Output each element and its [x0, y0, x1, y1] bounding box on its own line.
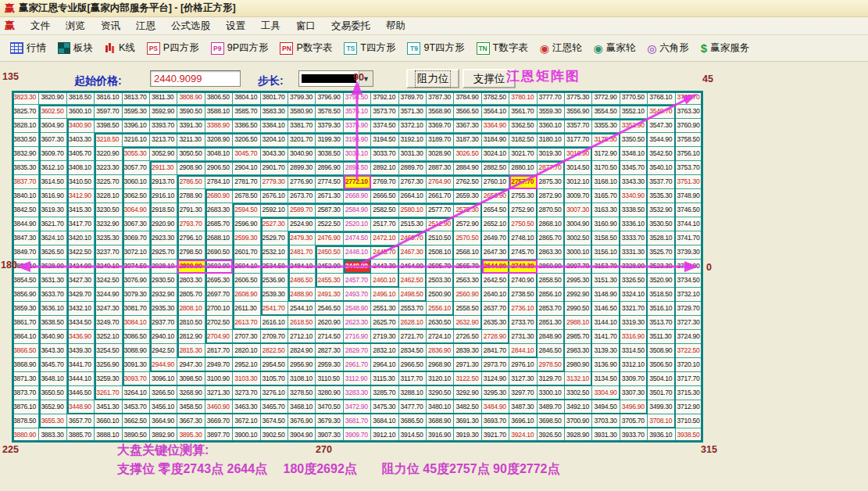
matrix-cell: 3717.70 [676, 372, 703, 386]
menu-item-5[interactable]: 设置 [218, 19, 253, 33]
toolbar-button-9T四方形[interactable]: T99T四方形 [405, 40, 466, 56]
matrix-cell: 3156.10 [592, 246, 620, 260]
matrix-cell: 2596.90 [233, 217, 260, 231]
matrix-cell: 2604.10 [233, 260, 260, 274]
toolbar-button-板块[interactable]: 板块 [55, 40, 95, 56]
matrix-cell: 3900.10 [233, 428, 260, 443]
matrix-cell: 3540.10 [648, 161, 675, 175]
toolbar-label: 赢家轮 [606, 41, 636, 55]
menu-item-8[interactable]: 交易委托 [323, 19, 378, 33]
matrix-cell: 2755.30 [509, 189, 537, 203]
matrix-cell: 3388.90 [205, 119, 233, 133]
matrix-cell: 3571.30 [399, 105, 427, 119]
matrix-cell: 3297.70 [509, 386, 537, 400]
menu-item-2[interactable]: 资讯 [93, 19, 128, 33]
matrix-cell: 2872.90 [538, 189, 565, 203]
matrix-cell: 3201.70 [288, 133, 316, 147]
toolbar-button-K线[interactable]: K线 [102, 40, 138, 56]
matrix-cell: 2923.30 [150, 231, 177, 246]
toolbar-button-T数字表[interactable]: TNT数字表 [474, 40, 530, 56]
matrix-cell: 2620.90 [316, 316, 343, 330]
matrix-cell: 2654.50 [482, 203, 509, 217]
resistance-button[interactable]: 阻力位 [406, 69, 459, 88]
toolbar-button-江恩轮[interactable]: ◉江恩轮 [538, 40, 584, 56]
matrix-cell: 2812.90 [177, 330, 205, 344]
matrix-cell: 2899.30 [288, 161, 316, 175]
matrix-key-cell: 2772.10 [344, 175, 371, 189]
matrix-cell: 2488.90 [288, 288, 316, 302]
matrix-cell: 3516.10 [648, 302, 675, 316]
toolbar-button-T四方形[interactable]: TST四方形 [341, 40, 398, 56]
matrix-cell: 3794.50 [344, 91, 371, 105]
menu-item-6[interactable]: 工具 [253, 19, 288, 33]
matrix-cell: 3919.30 [454, 428, 481, 443]
matrix-cell: 3180.10 [538, 133, 565, 147]
toolbar-button-行情[interactable]: 行情 [8, 40, 48, 56]
matrix-cell: 3446.50 [67, 386, 95, 400]
matrix-cell: 2740.90 [509, 274, 537, 288]
window-title: 赢家江恩专业版[赢家内部服务平台] - [价格正方形] [19, 2, 236, 15]
matrix-cell: 3624.10 [39, 231, 66, 246]
matrix-cell: 3007.30 [565, 203, 592, 217]
matrix-cell: 2884.90 [454, 161, 481, 175]
matrix-cell: 3427.30 [67, 274, 95, 288]
matrix-cell: 2954.50 [261, 358, 288, 372]
matrix-cell: 3674.50 [261, 414, 288, 428]
toolbar-button-P四方形[interactable]: PSP四方形 [145, 40, 202, 56]
toolbar-button-六角形[interactable]: ◎六角形 [645, 40, 691, 56]
matrix-cell: 3475.30 [371, 400, 398, 414]
matrix-cell: 3398.50 [95, 119, 122, 133]
toolbar-button-9P四方形[interactable]: P99P四方形 [209, 40, 271, 56]
matrix-cell: 3268.90 [177, 386, 205, 400]
matrix-cell: 2522.50 [316, 217, 343, 231]
matrix-cell: 3386.50 [233, 119, 260, 133]
matrix-cell: 3319.30 [620, 316, 648, 330]
matrix-cell: 3088.90 [123, 344, 150, 358]
matrix-cell: 2673.70 [288, 189, 316, 203]
menu-item-7[interactable]: 窗口 [288, 19, 323, 33]
menu-bar: 赢 文件浏览资讯江恩公式选股设置工具窗口交易委托帮助 [0, 17, 868, 35]
matrix-cell: 3115.30 [371, 372, 398, 386]
matrix-cell: 2712.10 [288, 330, 316, 344]
toolbar-button-P数字表[interactable]: PNP数字表 [277, 40, 334, 56]
matrix-cell: 2515.30 [399, 217, 427, 231]
matrix-cell: 3436.90 [67, 330, 95, 344]
matrix-cell: 2532.10 [261, 246, 288, 260]
matrix-cell: 2776.90 [288, 175, 316, 189]
matrix-cell: 2827.30 [316, 344, 343, 358]
matrix-cell: 3513.70 [648, 316, 675, 330]
matrix-cell: 2721.70 [399, 330, 427, 344]
matrix-cell: 3134.50 [592, 372, 620, 386]
matrix-cell: 2971.30 [454, 358, 481, 372]
menu-item-1[interactable]: 浏览 [58, 19, 93, 33]
matrix-cell: 3748.90 [676, 189, 703, 203]
start-price-input[interactable] [150, 70, 241, 87]
gann-angle-label-180: 180 [1, 260, 17, 271]
matrix-cell: 2848.90 [538, 330, 565, 344]
matrix-cell: 3016.90 [565, 147, 592, 161]
menu-item-4[interactable]: 公式选股 [163, 19, 218, 33]
menu-item-9[interactable]: 帮助 [378, 19, 413, 33]
matrix-cell: 3117.70 [399, 372, 427, 386]
toolbar-button-赢家服务[interactable]: $赢家服务 [698, 40, 752, 56]
matrix-cell: 3081.70 [123, 302, 150, 316]
matrix-cell: 3504.10 [648, 372, 675, 386]
matrix-cell: 2959.30 [316, 358, 343, 372]
menu-item-0[interactable]: 文件 [23, 19, 58, 33]
matrix-cell: 3192.10 [399, 133, 427, 147]
matrix-cell: 2560.90 [454, 288, 481, 302]
matrix-cell: 3537.70 [648, 175, 675, 189]
matrix-cell: 2568.10 [454, 246, 481, 260]
matrix-cell: 2788.90 [177, 189, 205, 203]
toolbar-button-赢家轮[interactable]: ◉赢家轮 [591, 40, 638, 56]
matrix-cell: 3290.50 [427, 386, 454, 400]
matrix-cell: 3448.90 [67, 400, 95, 414]
matrix-cell: 3259.30 [95, 372, 122, 386]
matrix-cell: 2548.90 [344, 302, 371, 316]
matrix-cell: 3628.90 [39, 260, 66, 274]
step-swatch [302, 74, 356, 83]
matrix-cell: 3338.50 [620, 203, 648, 217]
menu-item-3[interactable]: 江恩 [128, 19, 163, 33]
matrix-cell: 3753.70 [676, 161, 703, 175]
matrix-cell: 3722.50 [676, 344, 703, 358]
